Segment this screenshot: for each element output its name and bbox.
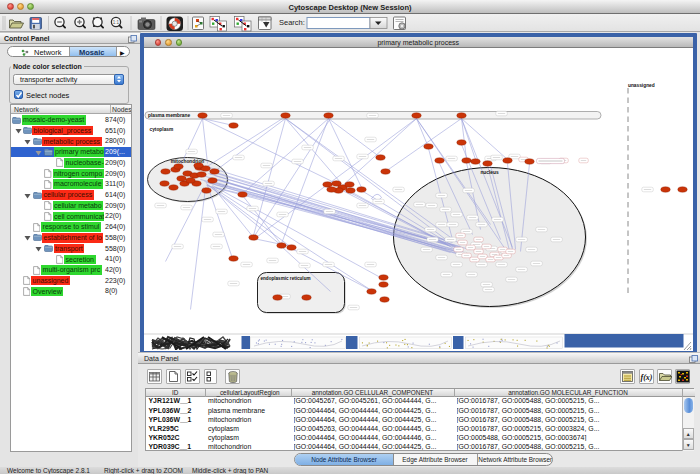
svg-text:plasma membrane: plasma membrane (148, 113, 190, 118)
svg-text:unassigned: unassigned (628, 83, 655, 88)
svg-text:cytoplasm: cytoplasm (149, 127, 173, 132)
svg-text:Search:: Search: (279, 18, 305, 27)
svg-text:f(x): f(x) (641, 373, 653, 382)
svg-text:nucleus: nucleus (480, 170, 498, 175)
svg-text:endoplasmic reticulum: endoplasmic reticulum (260, 276, 310, 281)
svg-text:1:1: 1:1 (113, 20, 120, 25)
svg-text:mitochondrion: mitochondrion (170, 159, 204, 164)
